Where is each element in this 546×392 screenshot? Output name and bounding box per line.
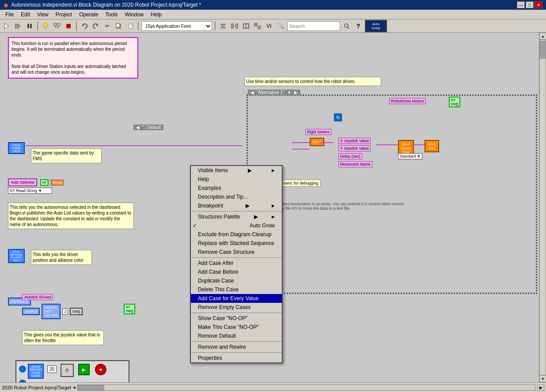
delay-label: Delay (sec) <box>338 153 362 159</box>
menu-edit[interactable]: Edit <box>17 11 34 19</box>
window-controls[interactable]: — □ ✕ <box>517 1 542 8</box>
case-header-default: ◀ "", Default <box>133 124 163 130</box>
menu-bar: File Edit View Project Operate Tools Win… <box>0 10 546 19</box>
ctx-exclude[interactable]: Exclude from Diagram Cleanup <box>191 230 282 239</box>
ctx-make-no-op[interactable]: Make This Case "NO-OP" <box>191 323 282 332</box>
pause-btn[interactable] <box>25 21 34 31</box>
ctx-help[interactable]: Help <box>191 175 282 184</box>
paste-btn[interactable]: 📋 <box>125 21 135 31</box>
loop-info-icon: i <box>19 366 26 373</box>
menu-operate[interactable]: Operate <box>76 11 102 19</box>
window-title: Autonomous Independent.vi Block Diagram … <box>11 2 201 8</box>
toolbar: ✂ 📋 15pt Application Font VI 🔍 ? AutoInd… <box>0 19 546 33</box>
copy-btn[interactable] <box>114 21 124 31</box>
help-question-btn[interactable]: ? <box>353 21 363 31</box>
run-arrow-btn[interactable] <box>2 21 11 31</box>
svg-point-27 <box>345 24 348 27</box>
menu-file[interactable]: File <box>2 11 17 19</box>
cut-btn[interactable]: ✂ <box>102 21 112 31</box>
scroll-right-btn[interactable]: ▶ <box>537 384 544 391</box>
ctx-auto-grow[interactable]: Auto Grow <box>191 221 282 230</box>
resize-btn[interactable] <box>241 21 251 31</box>
joystick0-axes-label: Joystick 0/Axes <box>22 294 53 300</box>
minimize-button[interactable]: — <box>517 1 525 8</box>
joystick-elements: Jaystick JaystickGETVALUES 2 Dbl[] <box>22 304 83 319</box>
redo-btn[interactable] <box>91 21 101 31</box>
diagram-btn[interactable] <box>52 21 62 31</box>
title-bar: ◆ Autonomous Independent.vi Block Diagra… <box>0 0 546 10</box>
svg-marker-2 <box>18 23 20 29</box>
ctx-add-case-before[interactable]: Add Case Before <box>191 268 282 276</box>
stop-btn[interactable] <box>64 21 73 31</box>
ctx-duplicate-case[interactable]: Duplicate Case <box>191 276 282 285</box>
context-menu: Visible Items ▶ Help Examples Descriptio… <box>190 165 283 363</box>
loop-stop-circle: ● <box>95 364 106 375</box>
scroll-track[interactable] <box>539 40 546 375</box>
svg-rect-6 <box>45 27 46 29</box>
nt-box-auto-sel: NT <box>40 179 49 186</box>
menu-view[interactable]: View <box>34 11 52 19</box>
reorder-btn[interactable] <box>253 21 262 31</box>
ctx-properties[interactable]: Properties <box>191 354 282 362</box>
distribute-btn[interactable] <box>230 21 239 31</box>
ctx-visible-items[interactable]: Visible Items ▶ <box>191 166 282 175</box>
scroll-up-btn[interactable]: ▲ <box>539 33 546 40</box>
ctx-show-no-op[interactable]: Show Case "NO-OP" <box>191 314 282 323</box>
ctx-description[interactable]: Description and Tip... <box>191 192 282 201</box>
ctx-remove-case-structure[interactable]: Remove Case Structure <box>191 248 282 256</box>
ctx-breakpoint[interactable]: Breakpoint ▶ <box>191 201 282 210</box>
search-icon[interactable]: 🔍 <box>276 21 285 31</box>
note-sensors: Use time and/or sensors to control how t… <box>244 77 381 86</box>
x-joystick-label: X Joystick Value <box>338 138 371 144</box>
ctx-structures-palette[interactable]: Structures Palette ▶ <box>191 212 282 221</box>
separator-3 <box>191 313 282 313</box>
ctx-replace-stacked[interactable]: Replace with Stacked Sequence <box>191 239 282 248</box>
movement-name-label: Movement Name <box>338 161 372 167</box>
ctx-remove-default[interactable]: Remove Default <box>191 332 282 340</box>
loop-green-btn: ▶ <box>78 364 90 375</box>
scroll-down-btn[interactable]: ▼ <box>539 375 546 382</box>
svg-rect-3 <box>27 24 29 28</box>
search-go-btn[interactable] <box>342 21 352 31</box>
visible-items-submenu-icon: ▶ <box>248 167 252 173</box>
vi-btn[interactable]: VI <box>264 21 274 31</box>
ctx-add-case-every[interactable]: Add Case for Every Value <box>191 294 282 303</box>
lightbulb-btn[interactable] <box>41 21 50 31</box>
scroll-thumb[interactable] <box>540 41 546 59</box>
separator1 <box>37 22 38 30</box>
loop-num: 20 <box>47 366 57 373</box>
menu-project[interactable]: Project <box>52 11 76 19</box>
string-box: String <box>51 180 64 185</box>
nt-read-string-dropdown[interactable]: NT Read String ▼ <box>8 188 52 194</box>
ctx-delete-case[interactable]: Delete This Case <box>191 285 282 294</box>
auto-selector-area: Auto Selector NT String NT Read String ▼ <box>8 178 64 194</box>
ctx-remove-empty-cases[interactable]: Remove Empty Cases <box>191 303 282 312</box>
run-all-btn[interactable] <box>13 21 23 31</box>
menu-tools[interactable]: Tools <box>102 11 121 19</box>
undo-btn[interactable] <box>80 21 89 31</box>
note-fms: The game specific data sent by FMS <box>31 148 102 163</box>
loop-area: i DrwStREPORTCODESTATE 20 ⏱ ▶ ● i <box>15 360 129 382</box>
separator-4 <box>191 341 282 342</box>
font-dropdown[interactable]: 15pt Application Font <box>141 21 212 31</box>
standard-dropdown[interactable]: Standard ▼ <box>398 153 422 159</box>
ctx-add-case-after[interactable]: Add Case After <box>191 259 282 268</box>
close-button[interactable]: ✕ <box>535 1 542 8</box>
block-diagram-canvas[interactable]: This function is run in parallel when th… <box>0 33 546 382</box>
separator3 <box>138 22 139 30</box>
note-alliance: This tells you the driver position and a… <box>31 250 92 265</box>
separator-5 <box>191 352 282 353</box>
nt-box-joystick: NTDbl[] <box>124 304 135 314</box>
ctx-remove-rewire[interactable]: Remove and Rewire <box>191 343 282 351</box>
scroll-thumb-h[interactable] <box>78 385 104 390</box>
scrollbar-vertical[interactable]: ▲ ▼ <box>539 33 546 382</box>
menu-help[interactable]: Help <box>147 11 165 19</box>
menu-window[interactable]: Window <box>121 11 148 19</box>
maximize-button[interactable]: □ <box>526 1 534 8</box>
search-input[interactable] <box>287 21 340 31</box>
scrollbar-horizontal[interactable] <box>77 384 535 391</box>
align-btn[interactable] <box>218 21 228 31</box>
note-joystick-throttle: This gives you the joystick value that i… <box>22 330 104 345</box>
ctx-examples[interactable]: Examples <box>191 184 282 192</box>
breakpoint-submenu-icon: ▶ <box>246 203 250 209</box>
